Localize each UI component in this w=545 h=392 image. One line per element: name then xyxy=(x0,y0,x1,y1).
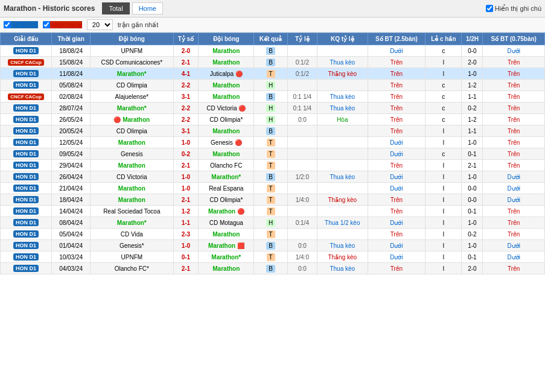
league-cell: HON D1 xyxy=(1,137,52,148)
lec-cell: c xyxy=(425,148,462,160)
bt25-cell: Trên xyxy=(368,103,425,114)
tab-home[interactable]: Home xyxy=(132,2,163,14)
odds-result-cell xyxy=(317,183,368,194)
table-row: HON D126/04/24CD Victoria1-0Marathon*B1/… xyxy=(1,171,545,183)
team1-cell[interactable]: Marathon xyxy=(91,160,174,171)
odds-cell: 0:1/2 xyxy=(287,68,317,80)
odds-result-cell: Thua kèo xyxy=(317,263,368,274)
odds-result-cell: Thua kèo xyxy=(317,103,368,114)
show-notes-checkbox[interactable]: Hiển thị ghi chú xyxy=(486,5,541,13)
team2-cell: Real Espana xyxy=(199,183,254,194)
lec-cell: I xyxy=(425,263,462,274)
odds-cell xyxy=(287,229,317,240)
odds-cell: 0:1 1/4 xyxy=(287,103,317,114)
bt25-cell: Trên xyxy=(368,194,425,206)
score-cell: 1-0 xyxy=(173,183,199,194)
result-cell: T xyxy=(254,160,287,171)
team1-cell[interactable]: Marathon xyxy=(91,194,174,206)
matches-count-select[interactable]: 10 20 30 50 All xyxy=(87,19,113,30)
team2-cell[interactable]: Marathon 🔴 xyxy=(199,206,254,217)
score-cell: 2-1 xyxy=(173,57,199,68)
table-row: HON D126/05/24🔴 Marathon2-2CD Olimpia*H0… xyxy=(1,114,545,125)
team2-cell: CD Victoria 🔴 xyxy=(199,103,254,114)
result-cell: H xyxy=(254,103,287,114)
bt25-cell: Dưới xyxy=(368,183,425,194)
filter-row: HON D1 CNCF CACup 10 20 30 50 All trận g… xyxy=(0,17,545,33)
bt075-cell: Dưới xyxy=(483,183,545,194)
table-row: HON D110/03/24UPNFM0-1Marathon*T1/4:0Thắ… xyxy=(1,251,545,263)
half-cell: 0-1 xyxy=(462,251,483,263)
bt075-cell: Trên xyxy=(483,91,545,103)
team1-cell[interactable]: Marathon xyxy=(91,183,174,194)
date-cell: 04/03/24 xyxy=(52,263,91,274)
team2-cell: CD Olimpia* xyxy=(199,194,254,206)
team1-cell[interactable]: Marathon xyxy=(91,137,174,148)
team1-cell: Genesis xyxy=(91,148,174,160)
col-half: 1/2H xyxy=(462,33,483,45)
lec-cell: I xyxy=(425,160,462,171)
header: Marathon - Historic scores Total Home Hi… xyxy=(0,0,545,17)
lec-cell: I xyxy=(425,57,462,68)
team2-cell[interactable]: Marathon* xyxy=(199,171,254,183)
date-cell: 05/04/24 xyxy=(52,229,91,240)
odds-result-cell xyxy=(317,80,368,91)
table-row: HON D112/05/24Marathon1-0Genesis 🔴TDướiI… xyxy=(1,137,545,148)
bt075-cell: Trên xyxy=(483,137,545,148)
hond1-filter[interactable]: HON D1 xyxy=(4,21,38,28)
team2-cell[interactable]: Marathon 🟥 xyxy=(199,240,254,251)
header-title: Marathon - Historic scores xyxy=(4,4,95,13)
team1-cell[interactable]: Marathon* xyxy=(91,68,174,80)
team2-cell[interactable]: Marathon xyxy=(199,229,254,240)
team2-cell[interactable]: Marathon xyxy=(199,125,254,137)
team2-cell[interactable]: Marathon xyxy=(199,148,254,160)
odds-result-cell xyxy=(317,160,368,171)
score-cell: 0-1 xyxy=(173,251,199,263)
tab-total[interactable]: Total xyxy=(102,2,129,14)
result-cell: T xyxy=(254,68,287,80)
odds-cell: 0:1/2 xyxy=(287,57,317,68)
team2-cell[interactable]: Marathon xyxy=(199,91,254,103)
result-cell: B xyxy=(254,57,287,68)
table-row: HON D118/04/24Marathon2-1CD Olimpia*T1/4… xyxy=(1,194,545,206)
odds-cell xyxy=(287,148,317,160)
league-cell: HON D1 xyxy=(1,251,52,263)
league-cell: HON D1 xyxy=(1,240,52,251)
team2-cell: CD Olimpia* xyxy=(199,114,254,125)
date-cell: 26/05/24 xyxy=(52,114,91,125)
table-row: HON D105/08/24CD Olimpia2-2MarathonHTrên… xyxy=(1,80,545,91)
score-cell: 1-2 xyxy=(173,206,199,217)
team2-cell[interactable]: Marathon* xyxy=(199,251,254,263)
lec-cell: c xyxy=(425,91,462,103)
result-cell: H xyxy=(254,114,287,125)
team2-cell[interactable]: Marathon xyxy=(199,263,254,274)
table-row: CNCF CACup02/08/24Alajuelense*3-1Maratho… xyxy=(1,91,545,103)
team2-cell[interactable]: Marathon xyxy=(199,57,254,68)
team1-cell[interactable]: Marathon* xyxy=(91,103,174,114)
team1-cell: CD Vida xyxy=(91,229,174,240)
team1-cell[interactable]: Marathon* xyxy=(91,217,174,229)
result-cell: T xyxy=(254,206,287,217)
lec-cell: I xyxy=(425,68,462,80)
table-row: HON D104/03/24Olancho FC*2-1MarathonB0:0… xyxy=(1,263,545,274)
col-date: Thời gian xyxy=(52,33,91,45)
team1-cell: CD Olimpia xyxy=(91,80,174,91)
date-cell: 15/08/24 xyxy=(52,57,91,68)
half-cell: 0-1 xyxy=(462,206,483,217)
odds-result-cell xyxy=(317,229,368,240)
bt075-cell: Trên xyxy=(483,68,545,80)
table-row: CNCF CACup15/08/24CSD Comunicaciones*2-1… xyxy=(1,57,545,68)
team2-cell[interactable]: Marathon xyxy=(199,80,254,91)
score-cell: 1-1 xyxy=(173,217,199,229)
table-row: HON D114/04/24Real Sociedad Tocoa1-2Mara… xyxy=(1,206,545,217)
half-cell: 0-0 xyxy=(462,45,483,57)
cncf-filter[interactable]: CNCF CACup xyxy=(43,21,82,28)
team1-cell[interactable]: 🔴 Marathon xyxy=(91,114,174,125)
table-row: HON D118/08/24UPNFM2-0MarathonBDướic0-0D… xyxy=(1,45,545,57)
result-cell: H xyxy=(254,80,287,91)
bt075-cell: Trên xyxy=(483,57,545,68)
team2-cell[interactable]: Marathon xyxy=(199,45,254,57)
lec-cell: I xyxy=(425,171,462,183)
table-row: HON D121/04/24Marathon1-0Real EspanaTDướ… xyxy=(1,183,545,194)
bt075-cell: Trên xyxy=(483,229,545,240)
bt075-cell: Trên xyxy=(483,217,545,229)
